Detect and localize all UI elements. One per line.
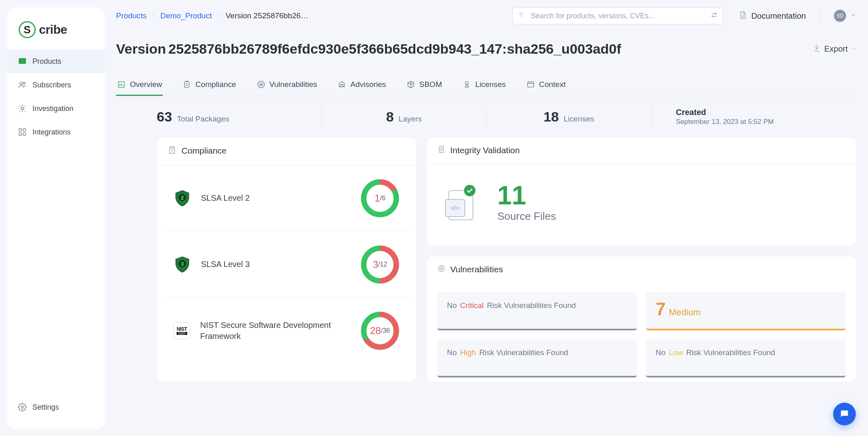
documentation-label: Documentation xyxy=(751,11,806,21)
sidebar-item-label: Integrations xyxy=(32,128,71,137)
sidebar-item-label: Investigation xyxy=(32,104,73,113)
tab-vulnerabilities[interactable]: Vulnerabilities xyxy=(256,75,318,96)
svg-point-33 xyxy=(438,265,445,271)
tab-context[interactable]: Context xyxy=(525,75,566,96)
svg-point-13 xyxy=(257,81,264,88)
svg-text:</>: </> xyxy=(451,205,459,211)
compliance-row-slsa3[interactable]: 3 SLSA Level 3 3/12 xyxy=(163,232,410,298)
settings-icon xyxy=(18,403,27,412)
svg-point-16 xyxy=(465,81,468,84)
svg-point-34 xyxy=(440,267,443,270)
compliance-icon xyxy=(168,145,177,156)
tab-label: Licenses xyxy=(475,80,506,89)
vuln-medium[interactable]: 7 Medium xyxy=(646,292,846,330)
stat-label: Layers xyxy=(399,115,422,124)
shield-level3-icon: 3 xyxy=(173,256,191,273)
sliders-icon[interactable] xyxy=(710,11,718,21)
compliance-row-nist[interactable]: NISTSSDF NIST Secure Software Developmen… xyxy=(163,298,410,364)
breadcrumb: Products Demo_Product Version 2525876bb2… xyxy=(116,11,309,20)
integrations-icon xyxy=(18,128,27,137)
stat-packages: 63 Total Packages xyxy=(157,109,229,125)
svg-point-10 xyxy=(712,16,713,17)
svg-rect-17 xyxy=(527,82,533,87)
compliance-donut: 3/12 xyxy=(360,245,400,284)
chevron-down-icon xyxy=(851,44,857,54)
version-tabs: Overview Compliance Vulnerabilities Advi… xyxy=(116,75,857,96)
integrity-sub: Source Files xyxy=(497,210,556,223)
export-label: Export xyxy=(824,44,848,54)
card-title: Vulnerabilities xyxy=(450,265,503,274)
divider xyxy=(820,9,821,23)
search-box[interactable] xyxy=(512,7,723,24)
compliance-row-slsa2[interactable]: 2 SLSA Level 2 1/6 xyxy=(163,165,410,232)
tab-sbom[interactable]: SBOM xyxy=(406,75,443,96)
stat-label: Total Packages xyxy=(177,115,229,124)
vuln-low[interactable]: No Low Risk Vulnerabilities Found xyxy=(646,339,846,377)
vulnerabilities-card: Vulnerabilities No Critical Risk Vulnera… xyxy=(426,256,857,382)
chat-fab[interactable] xyxy=(833,403,856,425)
stat-value: 18 xyxy=(544,109,559,125)
user-menu[interactable]: SD xyxy=(828,10,857,22)
tab-overview[interactable]: Overview xyxy=(116,75,163,96)
svg-text:2: 2 xyxy=(181,195,184,201)
svg-point-8 xyxy=(21,406,24,408)
breadcrumb-root[interactable]: Products xyxy=(116,11,147,20)
svg-rect-12 xyxy=(185,81,189,87)
documentation-link[interactable]: Documentation xyxy=(731,11,813,22)
tab-advisories[interactable]: Advisories xyxy=(337,75,387,96)
svg-rect-6 xyxy=(19,133,22,135)
compliance-label: NIST Secure Software Development Framewo… xyxy=(200,320,350,342)
breadcrumb-current: Version 2525876bb26… xyxy=(226,11,309,20)
export-button[interactable]: Export xyxy=(813,44,857,54)
sidebar-item-integrations[interactable]: Integrations xyxy=(7,120,105,144)
investigation-icon xyxy=(18,104,27,113)
card-title: Compliance xyxy=(181,146,227,156)
stat-value: 63 xyxy=(157,109,172,125)
compliance-label: SLSA Level 2 xyxy=(201,193,350,204)
svg-rect-7 xyxy=(23,133,26,135)
page-title: Version2525876bb26789f6efdc930e5f366b65d… xyxy=(116,41,621,57)
svg-point-3 xyxy=(21,107,24,110)
products-icon xyxy=(18,57,27,66)
tab-label: SBOM xyxy=(419,80,442,89)
tab-compliance[interactable]: Compliance xyxy=(181,75,237,96)
sidebar-item-label: Subscribers xyxy=(32,81,71,89)
tab-licenses[interactable]: Licenses xyxy=(462,75,507,96)
topbar: Products Demo_Product Version 2525876bb2… xyxy=(116,7,857,24)
vuln-critical[interactable]: No Critical Risk Vulnerabilities Found xyxy=(437,292,637,330)
cards-row: Compliance 2 SLSA Level 2 1/6 3 xyxy=(116,137,857,382)
stat-created: Created September 13, 2023 at 5:52 PM xyxy=(676,108,774,126)
card-title: Integrity Validation xyxy=(450,145,520,155)
logo-text: cribe xyxy=(39,23,67,37)
tab-label: Context xyxy=(539,80,566,89)
title-prefix: Version xyxy=(116,41,166,56)
svg-text:3: 3 xyxy=(181,261,184,267)
svg-point-14 xyxy=(259,83,262,86)
sidebar: S cribe Products Subscribers Investigati… xyxy=(7,7,105,429)
svg-point-2 xyxy=(23,82,25,84)
breadcrumb-product[interactable]: Demo_Product xyxy=(160,11,212,20)
svg-rect-0 xyxy=(19,59,26,64)
stat-label: Licenses xyxy=(564,115,594,124)
vuln-high[interactable]: No High Risk Vulnerabilities Found xyxy=(437,339,637,377)
logo: S cribe xyxy=(7,17,105,50)
compliance-label: SLSA Level 3 xyxy=(201,259,350,270)
chevron-down-icon xyxy=(850,12,857,20)
created-heading: Created xyxy=(676,108,774,117)
search-input[interactable] xyxy=(530,11,705,21)
target-icon xyxy=(437,265,445,275)
sidebar-item-products[interactable]: Products xyxy=(7,50,105,73)
sidebar-item-investigation[interactable]: Investigation xyxy=(7,97,105,120)
compliance-donut: 28/36 xyxy=(360,311,400,351)
card-header: Integrity Validation xyxy=(427,137,856,164)
compliance-donut: 1/6 xyxy=(360,178,400,218)
svg-point-15 xyxy=(261,84,261,85)
compliance-card: Compliance 2 SLSA Level 2 1/6 3 xyxy=(157,137,417,382)
sidebar-item-settings[interactable]: Settings xyxy=(7,395,105,419)
sidebar-item-subscribers[interactable]: Subscribers xyxy=(7,73,105,97)
svg-point-1 xyxy=(20,82,22,85)
nist-badge-icon: NISTSSDF xyxy=(173,322,190,339)
tab-label: Overview xyxy=(130,80,162,89)
tab-label: Advisories xyxy=(350,80,386,89)
sidebar-item-label: Products xyxy=(32,57,61,66)
